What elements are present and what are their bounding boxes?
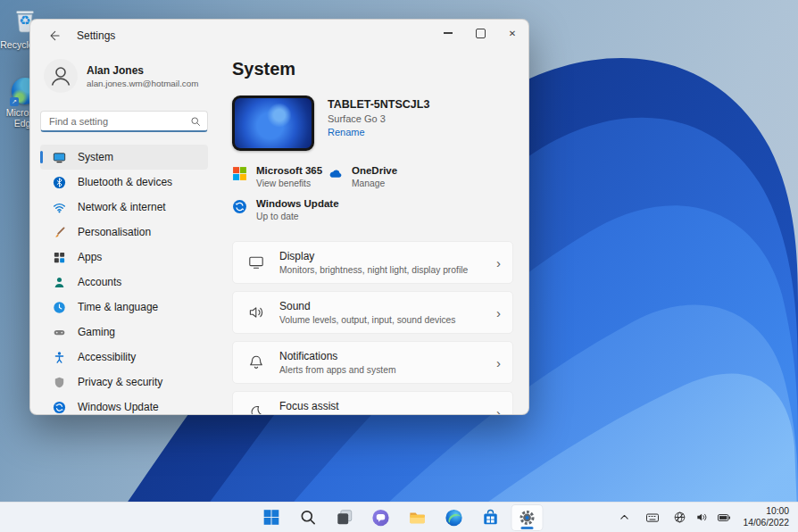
settings-window: Settings ✕ Alan Jones alan.jones.wm@hotm… <box>29 19 529 415</box>
tray-battery-icon[interactable] <box>714 506 734 529</box>
settings-sidebar: Alan Jones alan.jones.wm@hotmail.com Sys… <box>30 52 232 414</box>
network-icon <box>52 200 66 214</box>
taskbar-explorer-button[interactable] <box>403 505 433 530</box>
settings-search <box>40 111 208 132</box>
sidebar-item-bluetooth-devices[interactable]: Bluetooth & devices <box>40 170 208 195</box>
sidebar-item-privacy-security[interactable]: Privacy & security <box>40 370 208 395</box>
device-thumbnail <box>232 96 314 151</box>
profile-name: Alan Jones <box>87 64 198 77</box>
personalisation-icon <box>52 225 66 239</box>
shortcut-arrow-icon: ↗ <box>10 97 19 106</box>
task-view-icon <box>336 509 353 526</box>
chevron-right-icon: › <box>496 356 501 370</box>
onedrive-link[interactable]: OneDrive Manage <box>328 165 397 188</box>
taskbar-clock[interactable]: 10:00 14/06/2022 <box>743 506 793 529</box>
maximize-icon <box>476 29 486 38</box>
tray-touch-keyboard-icon[interactable] <box>643 506 662 529</box>
sidebar-item-network-internet[interactable]: Network & internet <box>40 195 208 220</box>
chevron-right-icon: › <box>496 406 501 416</box>
profile-email: alan.jones.wm@hotmail.com <box>87 79 198 88</box>
titlebar: Settings ✕ <box>30 20 528 52</box>
apps-icon <box>52 250 66 264</box>
taskbar: 10:00 14/06/2022 <box>0 502 798 532</box>
sound-icon <box>247 303 265 321</box>
search-icon <box>299 509 316 526</box>
accessibility-icon <box>52 350 66 364</box>
avatar <box>44 59 78 93</box>
microsoft-365-icon <box>232 166 247 181</box>
chevron-right-icon: › <box>496 256 501 270</box>
windows-update-status[interactable]: Windows Update Up to date <box>232 198 339 221</box>
page-title: System <box>232 59 513 79</box>
card-notifications[interactable]: Notifications Alerts from apps and syste… <box>232 341 513 384</box>
edge-icon <box>445 509 463 527</box>
rename-link[interactable]: Rename <box>328 127 429 137</box>
focus-assist-icon <box>247 403 265 415</box>
accounts-icon <box>52 275 66 289</box>
desktop: ♻ Recycle Bin ↗ Microsoft Edge Settings … <box>0 0 798 532</box>
bluetooth-icon <box>52 175 66 189</box>
chat-icon <box>372 509 390 527</box>
onedrive-icon <box>328 166 343 181</box>
taskbar-search-button[interactable] <box>293 505 323 530</box>
taskbar-store-button[interactable] <box>476 505 506 530</box>
sidebar-item-time-language[interactable]: Time & language <box>40 295 208 320</box>
minimize-icon <box>444 32 453 33</box>
sidebar-item-accounts[interactable]: Accounts <box>40 270 208 295</box>
settings-gear-icon <box>519 509 536 527</box>
tray-no-internet-globe-icon[interactable] <box>669 506 689 529</box>
tray-chevron-up-icon[interactable] <box>614 506 634 529</box>
windows-update-icon <box>232 199 247 214</box>
card-sound[interactable]: Sound Volume levels, output, input, soun… <box>232 291 513 334</box>
system-tray: 10:00 14/06/2022 <box>614 503 793 532</box>
close-button[interactable]: ✕ <box>496 20 528 46</box>
display-icon <box>247 254 265 271</box>
sidebar-item-windows-update[interactable]: Windows Update <box>40 395 208 415</box>
account-profile[interactable]: Alan Jones alan.jones.wm@hotmail.com <box>44 59 232 93</box>
notifications-icon <box>247 353 265 371</box>
taskbar-edge-button[interactable] <box>439 505 470 530</box>
microsoft-365-link[interactable]: Microsoft 365 View benefits <box>232 165 328 188</box>
sidebar-item-system[interactable]: System <box>40 145 208 170</box>
store-icon <box>482 509 500 527</box>
sidebar-nav: System Bluetooth & devices Network & int… <box>40 145 208 415</box>
sidebar-item-accessibility[interactable]: Accessibility <box>40 345 208 370</box>
settings-main: System TABLET-5NTSCJL3 Surface Go 3 Rena… <box>232 52 513 414</box>
taskbar-start-button[interactable] <box>256 505 287 530</box>
device-name: TABLET-5NTSCJL3 <box>328 98 429 111</box>
tray-speaker-icon[interactable] <box>692 506 711 529</box>
tray-date: 14/06/2022 <box>743 518 789 529</box>
file-explorer-icon <box>409 509 427 527</box>
gaming-icon <box>52 325 66 339</box>
chevron-right-icon: › <box>496 306 501 320</box>
system-icon <box>52 150 66 164</box>
minimize-button[interactable] <box>432 20 464 46</box>
taskbar-chat-button[interactable] <box>366 505 396 530</box>
settings-cards: Display Monitors, brightness, night ligh… <box>232 241 513 415</box>
taskbar-settings-button[interactable] <box>512 505 543 530</box>
taskbar-taskview-button[interactable] <box>329 505 360 530</box>
privacy-icon <box>52 375 66 389</box>
back-button[interactable] <box>43 25 66 46</box>
maximize-button[interactable] <box>464 20 496 46</box>
start-icon <box>262 509 279 526</box>
sidebar-item-personalisation[interactable]: Personalisation <box>40 220 208 245</box>
time-language-icon <box>52 300 66 314</box>
window-title: Settings <box>77 29 115 42</box>
card-focus-assist[interactable]: Focus assist Notifications, automatic ru… <box>232 391 513 415</box>
tray-time: 10:00 <box>743 506 789 518</box>
device-model: Surface Go 3 <box>328 113 429 124</box>
search-input[interactable] <box>40 111 208 132</box>
search-icon <box>190 116 201 127</box>
quick-links: Microsoft 365 View benefits OneDrive Man… <box>232 165 513 221</box>
windows-update-icon <box>52 400 66 414</box>
card-display[interactable]: Display Monitors, brightness, night ligh… <box>232 241 513 284</box>
sidebar-item-apps[interactable]: Apps <box>40 245 208 270</box>
device-info: TABLET-5NTSCJL3 Surface Go 3 Rename <box>232 96 513 151</box>
sidebar-item-gaming[interactable]: Gaming <box>40 320 208 345</box>
